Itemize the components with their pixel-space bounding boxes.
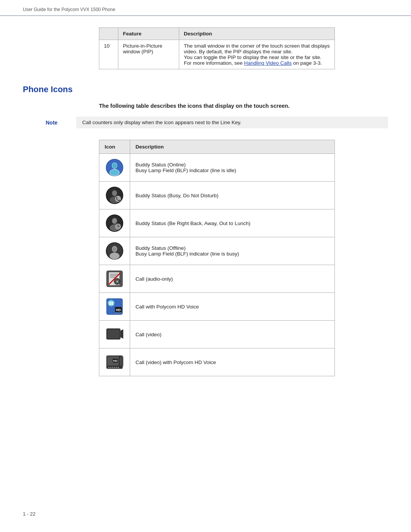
svg-rect-41	[107, 329, 119, 339]
desc-call-hd: Call with Polycom HD Voice	[130, 293, 335, 321]
buddy-away-icon	[105, 213, 124, 233]
icon-cell-buddy-online	[99, 154, 130, 182]
col-number	[99, 28, 118, 40]
svg-point-36	[115, 313, 116, 314]
svg-point-5	[113, 163, 117, 168]
icon-col-header: Icon	[99, 140, 130, 154]
section-title: Phone Icons	[23, 85, 388, 94]
handling-video-calls-link[interactable]: Handling Video Calls	[244, 60, 292, 66]
desc-p2-end: on page 3-3.	[292, 60, 322, 66]
note-box: Note Call counters only display when the…	[46, 117, 388, 128]
svg-point-15	[112, 219, 117, 224]
page-content: Feature Description 10 Picture-in-Pictur…	[0, 16, 411, 399]
call-audio-icon: ✕	[105, 269, 124, 289]
header-text: User Guide for the Polycom VVX 1500 Phon…	[23, 7, 115, 12]
table-row: HD Call (vide	[99, 348, 335, 376]
desc-call-audio: Call (audio-only)	[130, 265, 335, 293]
svg-point-49	[110, 367, 112, 368]
page-header: User Guide for the Polycom VVX 1500 Phon…	[0, 0, 411, 16]
icon-table: Icon Description	[99, 140, 335, 376]
svg-text:HD: HD	[116, 308, 121, 312]
desc-line2: Busy Lamp Field (BLF) indicator (line is…	[135, 168, 329, 173]
note-label: Note	[46, 117, 76, 126]
row-description: The small window in the corner of the to…	[179, 40, 335, 69]
section-description: The following table describes the icons …	[99, 103, 388, 109]
table-row: Buddy Status (Online) Busy Lamp Field (B…	[99, 154, 335, 182]
svg-point-37	[117, 313, 118, 314]
desc-p1: The small window in the corner of the to…	[184, 43, 330, 54]
desc-buddy-away: Buddy Status (Be Right Back, Away, Out t…	[130, 209, 335, 237]
svg-point-48	[108, 367, 110, 368]
icon-cell-call-video	[99, 321, 130, 348]
desc-p2: You can toggle the PIP to display the ne…	[184, 54, 330, 66]
svg-point-22	[113, 247, 117, 252]
svg-rect-27	[110, 277, 116, 278]
svg-point-39	[120, 313, 121, 314]
table-row: ☎ HD Call with Polycom HD Voi	[99, 293, 335, 321]
desc-line1: Call with Polycom HD Voice	[135, 304, 329, 310]
desc-line1: Buddy Status (Offline)	[135, 245, 329, 251]
svg-text:📞: 📞	[116, 197, 121, 201]
desc-buddy-busy: Buddy Status (Busy, Do Not Disturb)	[130, 182, 335, 209]
row-feature: Picture-in-Picture window (PIP)	[118, 40, 179, 69]
desc-buddy-online: Buddy Status (Online) Busy Lamp Field (B…	[130, 154, 335, 182]
svg-point-52	[116, 367, 117, 368]
svg-point-38	[118, 313, 119, 314]
buddy-busy-icon: 📞	[105, 185, 124, 205]
icon-cell-buddy-busy: 📞	[99, 182, 130, 209]
svg-point-51	[114, 367, 115, 368]
svg-text:✕: ✕	[116, 280, 119, 284]
table-row: Buddy Status (Be Right Back, Away, Out t…	[99, 209, 335, 237]
desc-line1: Buddy Status (Busy, Do Not Disturb)	[135, 193, 329, 198]
svg-marker-42	[120, 329, 123, 339]
page-number: 1 - 22	[23, 511, 35, 517]
feature-table: Feature Description 10 Picture-in-Pictur…	[99, 27, 335, 69]
table-row: ✕ Call (audio-only)	[99, 265, 335, 293]
buddy-offline-icon	[105, 241, 124, 261]
icon-cell-call-audio: ✕	[99, 265, 130, 293]
svg-point-21	[110, 252, 119, 259]
desc-buddy-offline: Buddy Status (Offline) Busy Lamp Field (…	[130, 237, 335, 265]
table-row: 📞 Buddy Status (Busy, Do Not Disturb)	[99, 182, 335, 209]
desc-line1: Call (video) with Polycom HD Voice	[135, 359, 329, 365]
svg-point-53	[118, 367, 119, 368]
call-video-icon	[105, 324, 124, 344]
buddy-online-icon	[105, 158, 124, 177]
desc-line1: Buddy Status (Be Right Back, Away, Out t…	[135, 220, 329, 226]
row-number: 10	[99, 40, 118, 69]
svg-text:HD: HD	[113, 359, 118, 363]
svg-text:☎: ☎	[108, 300, 114, 306]
desc-line2: Busy Lamp Field (BLF) indicator (line is…	[135, 251, 329, 257]
desc-line1: Call (video)	[135, 332, 329, 337]
col-description: Description	[179, 28, 335, 40]
icon-cell-call-hd: ☎ HD	[99, 293, 130, 321]
table-row: 10 Picture-in-Picture window (PIP) The s…	[99, 40, 335, 69]
icon-cell-buddy-away	[99, 209, 130, 237]
svg-marker-47	[120, 356, 123, 366]
svg-point-4	[110, 169, 119, 176]
svg-point-9	[112, 191, 117, 196]
note-content: Call counters only display when the icon…	[76, 117, 388, 128]
desc-line1: Buddy Status (Online)	[135, 162, 329, 168]
desc-line1: Call (audio-only)	[135, 276, 329, 282]
desc-col-header: Description	[130, 140, 335, 154]
table-row: Call (video)	[99, 321, 335, 348]
table-row: Buddy Status (Offline) Busy Lamp Field (…	[99, 237, 335, 265]
svg-rect-25	[110, 274, 118, 275]
col-feature: Feature	[118, 28, 179, 40]
call-hd-voice-icon: ☎ HD	[105, 297, 124, 316]
icon-cell-buddy-offline	[99, 237, 130, 265]
page-footer: 1 - 22	[23, 511, 35, 517]
desc-call-video-hd: Call (video) with Polycom HD Voice	[130, 348, 335, 376]
icon-cell-call-video-hd: HD	[99, 348, 130, 376]
desc-call-video: Call (video)	[130, 321, 335, 348]
svg-point-50	[112, 367, 113, 368]
call-video-hd-icon: HD	[105, 352, 124, 372]
